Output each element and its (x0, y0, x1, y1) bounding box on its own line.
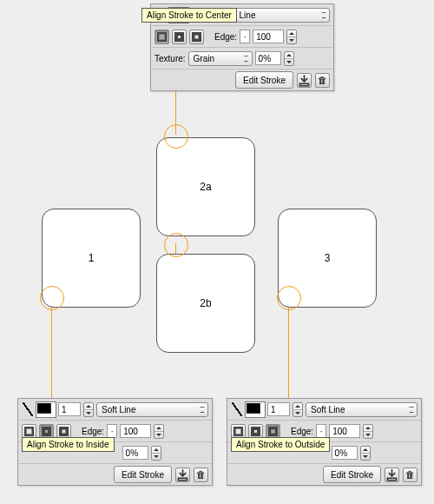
edge-stepper[interactable] (286, 30, 297, 44)
align-inside-button[interactable] (39, 424, 54, 439)
highlight-circle (40, 286, 64, 310)
stroke-type-dropdown[interactable]: t Line (229, 8, 330, 23)
align-center-button[interactable] (231, 424, 246, 439)
delete-stroke-button[interactable] (194, 468, 208, 482)
edge-label: Edge: (214, 32, 237, 42)
apply-to-selection-button[interactable] (297, 73, 312, 88)
edge-label: Edge: (82, 427, 104, 436)
edge-swatch[interactable]: · (240, 30, 250, 43)
align-outside-button[interactable] (56, 424, 71, 439)
stroke-type-value: Soft Line (102, 405, 135, 414)
tooltip-align-inside: Align Stroke to Inside (22, 437, 115, 452)
stroke-type-value: t Line (234, 10, 255, 20)
align-inside-icon (42, 427, 51, 436)
texture-pct-stepper[interactable] (360, 446, 371, 461)
inject-icon (176, 468, 189, 481)
texture-pct-input[interactable]: 0% (255, 51, 281, 65)
highlight-circle (164, 233, 188, 257)
apply-to-selection-button[interactable] (385, 468, 399, 482)
shape-label: 2b (200, 297, 211, 309)
edge-stepper[interactable] (154, 424, 164, 439)
stroke-color-well[interactable] (36, 402, 56, 417)
align-outside-icon (192, 32, 201, 42)
edge-input[interactable]: 100 (253, 30, 284, 43)
edit-stroke-button[interactable]: Edit Stroke (114, 466, 172, 483)
pencil-icon (21, 402, 35, 416)
edge-swatch[interactable]: · (316, 424, 326, 438)
delete-stroke-button[interactable] (403, 468, 418, 482)
align-center-icon (24, 427, 34, 436)
texture-label: Texture: (155, 54, 186, 63)
texture-value: Grain (194, 54, 214, 63)
texture-pct-stepper[interactable] (151, 446, 161, 461)
tooltip-align-outside: Align Stroke to Outside (231, 437, 330, 452)
stroke-width-input[interactable]: 1 (267, 402, 290, 416)
align-outside-button[interactable] (266, 424, 280, 439)
pencil-icon (230, 402, 244, 416)
highlight-circle (277, 286, 301, 310)
shape-label: 3 (325, 252, 331, 264)
inject-icon (385, 468, 398, 481)
stroke-width-input[interactable]: 1 (58, 402, 81, 416)
edge-input[interactable]: 100 (329, 424, 360, 438)
edit-stroke-button[interactable]: Edit Stroke (235, 71, 293, 89)
align-outside-icon (59, 427, 69, 436)
align-inside-icon (174, 32, 184, 42)
stroke-type-dropdown[interactable]: Soft Line (96, 402, 208, 417)
sample-shape-2a: 2a (156, 137, 255, 236)
align-inside-button[interactable] (172, 30, 187, 44)
align-center-button[interactable] (155, 30, 169, 44)
stroke-type-value: Soft Line (311, 405, 345, 414)
edge-input[interactable]: 100 (120, 424, 151, 438)
connector-line (51, 304, 52, 398)
inject-icon (298, 74, 311, 87)
align-inside-icon (251, 427, 260, 436)
align-center-icon (157, 32, 167, 42)
connector-line (288, 304, 289, 398)
align-outside-button[interactable] (189, 30, 204, 44)
align-outside-icon (268, 427, 278, 436)
apply-to-selection-button[interactable] (175, 468, 190, 482)
align-center-icon (233, 427, 243, 436)
stroke-width-stepper[interactable] (293, 402, 303, 417)
align-inside-button[interactable] (248, 424, 263, 439)
stroke-color-well[interactable] (246, 402, 265, 417)
stroke-width-stepper[interactable] (83, 402, 94, 417)
edit-stroke-button[interactable]: Edit Stroke (323, 466, 381, 483)
tooltip-align-center: Align Stroke to Center (141, 8, 237, 23)
texture-pct-input[interactable]: 0% (332, 446, 358, 460)
texture-pct-stepper[interactable] (284, 51, 294, 66)
stroke-type-dropdown[interactable]: Soft Line (306, 402, 418, 417)
texture-pct-input[interactable]: 0% (122, 446, 148, 460)
shape-label: 1 (89, 252, 95, 264)
edge-label: Edge: (291, 427, 313, 436)
sample-shape-2b: 2b (156, 254, 255, 353)
edge-stepper[interactable] (363, 424, 373, 439)
delete-stroke-button[interactable] (315, 73, 330, 88)
shape-label: 2a (200, 181, 211, 193)
texture-dropdown[interactable]: Grain (188, 51, 253, 66)
edge-swatch[interactable]: · (107, 424, 117, 438)
highlight-circle (164, 124, 188, 149)
align-center-button[interactable] (22, 424, 36, 439)
